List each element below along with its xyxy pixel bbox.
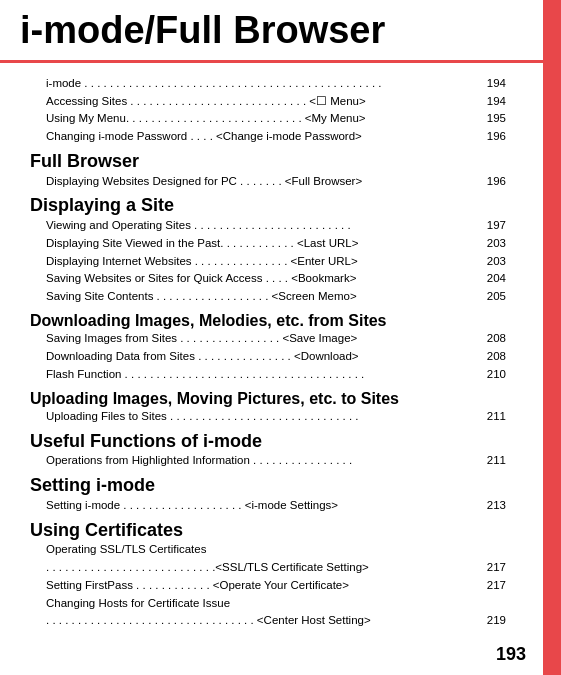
toc-entry-text: Setting FirstPass . . . . . . . . . . . … [46,577,478,595]
toc-entry-page: 194 [478,93,506,111]
toc-entry-page: 196 [478,128,506,146]
toc-entry: . . . . . . . . . . . . . . . . . . . . … [30,612,506,630]
section-heading-large: Downloading Images, Melodies, etc. from … [30,311,506,330]
toc-entry: Viewing and Operating Sites . . . . . . … [30,217,506,235]
toc-entry-text: Setting i-mode . . . . . . . . . . . . .… [46,497,478,515]
section-heading: Displaying a Site [30,195,506,217]
toc-entry: Saving Site Contents . . . . . . . . . .… [30,288,506,306]
toc-entry-text: Flash Function . . . . . . . . . . . . .… [46,366,478,384]
section-heading: Setting i-mode [30,475,506,497]
section-heading: Useful Functions of i-mode [30,431,506,453]
toc-entry-text: Viewing and Operating Sites . . . . . . … [46,217,478,235]
toc-entry-text: Displaying Site Viewed in the Past. . . … [46,235,478,253]
toc-entry-page: 210 [478,366,506,384]
toc-entry: Saving Images from Sites . . . . . . . .… [30,330,506,348]
page-header: i-mode/Full Browser [0,0,561,63]
toc-entry-page: 197 [478,217,506,235]
toc-content: i-mode . . . . . . . . . . . . . . . . .… [0,63,561,638]
toc-entry-text: i-mode . . . . . . . . . . . . . . . . .… [46,75,478,93]
toc-entry-text: Uploading Files to Sites . . . . . . . .… [46,408,478,426]
subsection-heading: Changing Hosts for Certificate Issue [30,595,506,613]
toc-entry-text: Changing i-mode Password . . . . <Change… [46,128,478,146]
toc-entry-page: 213 [478,497,506,515]
toc-entry-text: Operations from Highlighted Information … [46,452,478,470]
section-heading-large: Uploading Images, Moving Pictures, etc. … [30,389,506,408]
toc-entry-text: Saving Site Contents . . . . . . . . . .… [46,288,478,306]
toc-entry-text: Using My Menu. . . . . . . . . . . . . .… [46,110,478,128]
toc-entry-page: 211 [478,452,506,470]
section-heading: Full Browser [30,151,506,173]
toc-entry: Flash Function . . . . . . . . . . . . .… [30,366,506,384]
toc-entry: Displaying Internet Websites . . . . . .… [30,253,506,271]
toc-entry: Setting FirstPass . . . . . . . . . . . … [30,577,506,595]
page-title: i-mode/Full Browser [20,10,531,52]
toc-entry: Saving Websites or Sites for Quick Acces… [30,270,506,288]
red-accent-bar [543,0,561,675]
toc-entry: . . . . . . . . . . . . . . . . . . . . … [30,559,506,577]
toc-entry-page: 217 [478,577,506,595]
toc-entry-page: 196 [478,173,506,191]
toc-entry: Using My Menu. . . . . . . . . . . . . .… [30,110,506,128]
section-heading: Using Certificates [30,520,506,542]
toc-entry-text: . . . . . . . . . . . . . . . . . . . . … [46,559,478,577]
toc-entry: Downloading Data from Sites . . . . . . … [30,348,506,366]
toc-entry-page: 208 [478,330,506,348]
toc-entry: Accessing Sites . . . . . . . . . . . . … [30,93,506,111]
page-number: 193 [496,644,526,665]
toc-entry-text: . . . . . . . . . . . . . . . . . . . . … [46,612,478,630]
subsection-heading: Operating SSL/TLS Certificates [30,541,506,559]
toc-entry-page: 203 [478,253,506,271]
toc-entry: Displaying Websites Designed for PC . . … [30,173,506,191]
toc-entry-text: Displaying Internet Websites . . . . . .… [46,253,478,271]
toc-entry-page: 219 [478,612,506,630]
toc-entry-page: 205 [478,288,506,306]
toc-entry-page: 194 [478,75,506,93]
toc-entry-page: 217 [478,559,506,577]
toc-entry-page: 211 [478,408,506,426]
toc-entry-page: 208 [478,348,506,366]
toc-entry: Uploading Files to Sites . . . . . . . .… [30,408,506,426]
toc-entry-text: Saving Websites or Sites for Quick Acces… [46,270,478,288]
toc-entry: Displaying Site Viewed in the Past. . . … [30,235,506,253]
toc-entry-page: 204 [478,270,506,288]
toc-entry: Setting i-mode . . . . . . . . . . . . .… [30,497,506,515]
toc-entry-text: Downloading Data from Sites . . . . . . … [46,348,478,366]
toc-entry: Changing i-mode Password . . . . <Change… [30,128,506,146]
toc-entry-text: Accessing Sites . . . . . . . . . . . . … [46,93,478,111]
toc-entry-page: 203 [478,235,506,253]
toc-entry: Operations from Highlighted Information … [30,452,506,470]
toc-entry-page: 195 [478,110,506,128]
toc-entry: i-mode . . . . . . . . . . . . . . . . .… [30,75,506,93]
toc-entry-text: Saving Images from Sites . . . . . . . .… [46,330,478,348]
toc-entry-text: Displaying Websites Designed for PC . . … [46,173,478,191]
